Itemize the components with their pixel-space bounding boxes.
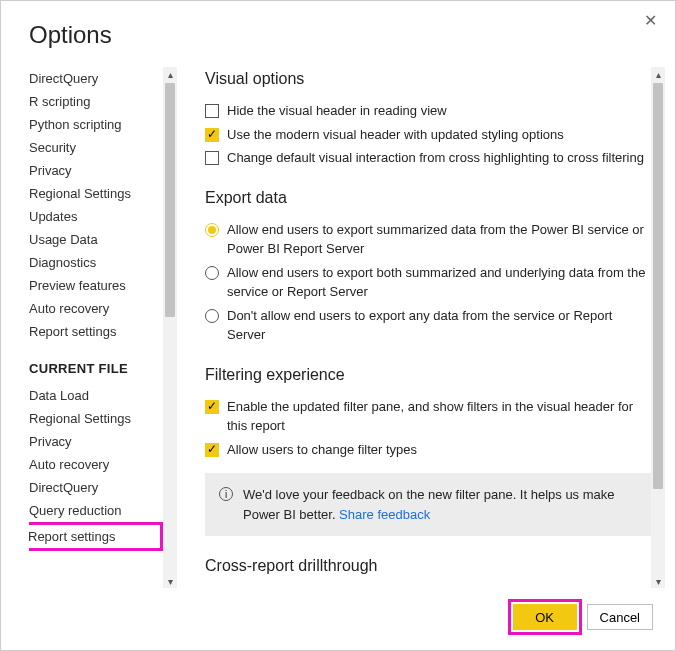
dialog-footer: OK Cancel [1, 588, 675, 650]
export-both-label: Allow end users to export both summarize… [227, 263, 651, 302]
share-feedback-link[interactable]: Share feedback [339, 507, 430, 522]
export-none-label: Don't allow end users to export any data… [227, 306, 651, 345]
cross-filtering-checkbox[interactable] [205, 151, 219, 165]
main-scrollbar[interactable]: ▴ ▾ [651, 67, 665, 588]
main-content: Visual options Hide the visual header in… [205, 67, 651, 588]
sidebar-item-query-reduction[interactable]: Query reduction [29, 499, 163, 522]
scroll-down-icon[interactable]: ▾ [163, 574, 177, 588]
change-filter-types-checkbox[interactable] [205, 443, 219, 457]
sidebar-item-privacy[interactable]: Privacy [29, 159, 163, 182]
ok-button[interactable]: OK [513, 604, 577, 630]
sidebar-item-directquery[interactable]: DirectQuery [29, 67, 163, 90]
sidebar-item-report-settings-global[interactable]: Report settings [29, 320, 163, 343]
export-both-radio[interactable] [205, 266, 219, 280]
visual-options-heading: Visual options [205, 67, 651, 91]
updated-filter-pane-label: Enable the updated filter pane, and show… [227, 397, 651, 436]
sidebar-item-report-settings-file[interactable]: Report settings [29, 522, 163, 551]
modern-visual-header-label: Use the modern visual header with update… [227, 125, 651, 145]
sidebar-item-security[interactable]: Security [29, 136, 163, 159]
options-dialog: Options ✕ DirectQuery R scripting Python… [0, 0, 676, 651]
feedback-banner: i We'd love your feedback on the new fil… [205, 473, 651, 536]
sidebar-item-auto-recovery-file[interactable]: Auto recovery [29, 453, 163, 476]
scrollbar-thumb[interactable] [165, 83, 175, 317]
export-summarized-radio[interactable] [205, 223, 219, 237]
scroll-up-icon[interactable]: ▴ [651, 67, 665, 81]
feedback-text: We'd love your feedback on the new filte… [243, 485, 637, 524]
sidebar-item-auto-recovery[interactable]: Auto recovery [29, 297, 163, 320]
export-none-radio[interactable] [205, 309, 219, 323]
cross-report-heading: Cross-report drillthrough [205, 554, 651, 578]
sidebar-section-heading: CURRENT FILE [29, 361, 163, 376]
updated-filter-pane-checkbox[interactable] [205, 400, 219, 414]
filtering-heading: Filtering experience [205, 363, 651, 387]
sidebar-item-updates[interactable]: Updates [29, 205, 163, 228]
scroll-up-icon[interactable]: ▴ [163, 67, 177, 81]
dialog-title: Options [29, 21, 640, 49]
sidebar: DirectQuery R scripting Python scripting… [29, 67, 163, 588]
sidebar-item-diagnostics[interactable]: Diagnostics [29, 251, 163, 274]
export-data-heading: Export data [205, 186, 651, 210]
sidebar-item-python-scripting[interactable]: Python scripting [29, 113, 163, 136]
sidebar-item-regional-settings-file[interactable]: Regional Settings [29, 407, 163, 430]
sidebar-item-privacy-file[interactable]: Privacy [29, 430, 163, 453]
close-icon[interactable]: ✕ [640, 7, 661, 34]
change-filter-types-label: Allow users to change filter types [227, 440, 651, 460]
sidebar-item-regional-settings[interactable]: Regional Settings [29, 182, 163, 205]
sidebar-item-r-scripting[interactable]: R scripting [29, 90, 163, 113]
sidebar-item-data-load[interactable]: Data Load [29, 384, 163, 407]
sidebar-item-preview-features[interactable]: Preview features [29, 274, 163, 297]
scroll-down-icon[interactable]: ▾ [651, 574, 665, 588]
scrollbar-thumb[interactable] [653, 83, 663, 489]
hide-visual-header-label: Hide the visual header in reading view [227, 101, 651, 121]
sidebar-scrollbar[interactable]: ▴ ▾ [163, 67, 177, 588]
sidebar-item-directquery-file[interactable]: DirectQuery [29, 476, 163, 499]
hide-visual-header-checkbox[interactable] [205, 104, 219, 118]
info-icon: i [219, 487, 233, 501]
titlebar: Options ✕ [1, 1, 675, 67]
export-summarized-label: Allow end users to export summarized dat… [227, 220, 651, 259]
modern-visual-header-checkbox[interactable] [205, 128, 219, 142]
cross-filtering-label: Change default visual interaction from c… [227, 148, 651, 168]
cancel-button[interactable]: Cancel [587, 604, 653, 630]
sidebar-item-usage-data[interactable]: Usage Data [29, 228, 163, 251]
